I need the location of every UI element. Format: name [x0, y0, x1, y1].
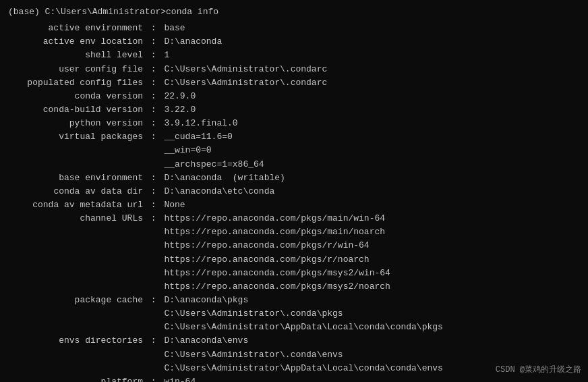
terminal-row: C:\Users\Administrator\.conda\pkgs: [8, 307, 580, 321]
terminal-row: conda-build version : 3.22.0: [8, 103, 580, 117]
terminal-row: shell level : 1: [8, 49, 580, 62]
terminal-row: https://repo.anaconda.com/pkgs/msys2/noa…: [8, 280, 580, 294]
terminal-row: C:\Users\Administrator\.conda\envs: [8, 348, 580, 362]
terminal-row: user config file : C:\Users\Administrato…: [8, 63, 580, 76]
terminal-window: (base) C:\Users\Administrator>conda info…: [0, 0, 588, 382]
terminal-row: channel URLs : https://repo.anaconda.com…: [8, 212, 580, 225]
terminal-row: https://repo.anaconda.com/pkgs/msys2/win…: [8, 267, 580, 280]
terminal-row: __win=0=0: [8, 144, 580, 157]
terminal-row: https://repo.anaconda.com/pkgs/r/win-64: [8, 239, 580, 252]
prompt-line: (base) C:\Users\Administrator>conda info: [8, 5, 580, 19]
terminal-row: active env location : D:\anaconda: [8, 35, 580, 49]
watermark: CSDN @菜鸡的升级之路: [496, 364, 581, 375]
terminal-row: platform : win-64: [8, 375, 580, 382]
terminal-row: virtual packages : __cuda=11.6=0: [8, 130, 580, 144]
terminal-row: envs directories : D:\anaconda\envs: [8, 334, 580, 348]
terminal-row: __archspec=1=x86_64: [8, 158, 580, 171]
terminal-row: package cache : D:\anaconda\pkgs: [8, 294, 580, 307]
terminal-row: conda version : 22.9.0: [8, 90, 580, 103]
terminal-row: conda av data dir : D:\anaconda\etc\cond…: [8, 185, 580, 198]
terminal-row: conda av metadata url : None: [8, 198, 580, 212]
terminal-row: populated config files : C:\Users\Admini…: [8, 76, 580, 90]
terminal-row: python version : 3.9.12.final.0: [8, 117, 580, 130]
terminal-row: https://repo.anaconda.com/pkgs/r/noarch: [8, 253, 580, 267]
terminal-row: C:\Users\Administrator\AppData\Local\con…: [8, 321, 580, 334]
terminal-row: https://repo.anaconda.com/pkgs/main/noar…: [8, 225, 580, 239]
terminal-row: C:\Users\Administrator\AppData\Local\con…: [8, 362, 580, 375]
terminal-row: base environment : D:\anaconda (writable…: [8, 171, 580, 185]
terminal-row: active environment : base: [8, 22, 580, 35]
